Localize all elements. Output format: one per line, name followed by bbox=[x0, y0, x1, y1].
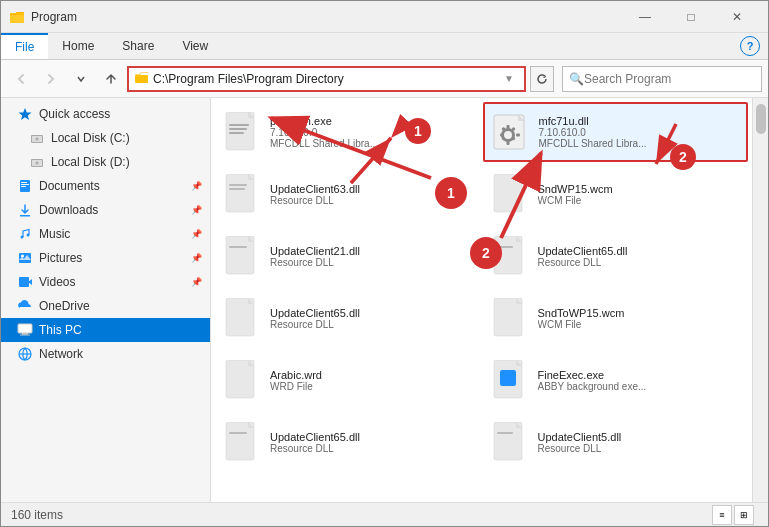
sidebar-item-quick-access[interactable]: Quick access bbox=[1, 102, 210, 126]
svg-rect-21 bbox=[18, 324, 32, 333]
item-count: 160 items bbox=[11, 508, 63, 522]
help-button[interactable]: ? bbox=[740, 36, 760, 56]
window-icon bbox=[9, 9, 25, 25]
file-info-updateclient5: UpdateClient5.dll Resource DLL bbox=[538, 431, 742, 454]
address-dropdown-icon[interactable]: ▼ bbox=[504, 73, 514, 84]
svg-rect-58 bbox=[229, 246, 247, 248]
file-item-updateclient65-2[interactable]: UpdateClient65.dll Resource DLL bbox=[215, 288, 481, 348]
svg-rect-61 bbox=[497, 246, 513, 248]
file-item-sndwp15[interactable]: SndWP15.wcm WCM File bbox=[483, 164, 749, 224]
svg-point-18 bbox=[21, 255, 24, 258]
ribbon: File Home Share View ? bbox=[1, 33, 768, 60]
back-button[interactable] bbox=[7, 65, 35, 93]
sidebar-label-local-disk-d: Local Disk (D:) bbox=[51, 155, 130, 169]
file-name-sndwp15: SndWP15.wcm bbox=[538, 183, 742, 195]
pin-pictures-icon: 📌 bbox=[191, 253, 202, 263]
blue-square-icon bbox=[490, 360, 530, 400]
ribbon-tabs: File Home Share View ? bbox=[1, 33, 768, 59]
music-icon bbox=[17, 226, 33, 242]
sidebar-item-onedrive[interactable]: OneDrive bbox=[1, 294, 210, 318]
file-name-mfc71u-dll: mfc71u.dll bbox=[539, 115, 741, 127]
sidebar-item-this-pc[interactable]: This PC bbox=[1, 318, 210, 342]
file-item-arabic-wrd[interactable]: Arabic.wrd WRD File bbox=[215, 350, 481, 410]
generic-icon-8 bbox=[222, 422, 262, 462]
file-name-updateclient63: UpdateClient63.dll bbox=[270, 183, 474, 195]
sidebar-item-local-disk-c[interactable]: Local Disk (C:) bbox=[1, 126, 210, 150]
sidebar-label-downloads: Downloads bbox=[39, 203, 98, 217]
pin-videos-icon: 📌 bbox=[191, 277, 202, 287]
file-name-fineexec: FineExec.exe bbox=[538, 369, 742, 381]
list-view-button[interactable]: ≡ bbox=[712, 505, 732, 525]
minimize-button[interactable]: — bbox=[622, 1, 668, 33]
tab-share[interactable]: Share bbox=[108, 33, 168, 59]
scrollbar-thumb[interactable] bbox=[756, 104, 766, 134]
generic-icon-6 bbox=[490, 298, 530, 338]
grid-view-button[interactable]: ⊞ bbox=[734, 505, 754, 525]
svg-rect-53 bbox=[229, 188, 245, 190]
sidebar-label-music: Music bbox=[39, 227, 70, 241]
scrollbar[interactable] bbox=[752, 98, 768, 502]
up-button[interactable] bbox=[97, 65, 125, 93]
file-item-updateclient21[interactable]: UpdateClient21.dll Resource DLL bbox=[215, 226, 481, 286]
toolbar: C:\Program Files\Program Directory ▼ 🔍 bbox=[1, 60, 768, 98]
file-name-updateclient65-3: UpdateClient65.dll bbox=[270, 431, 474, 443]
file-name-arabic-wrd: Arabic.wrd bbox=[270, 369, 474, 381]
svg-point-6 bbox=[36, 138, 39, 141]
sidebar-item-local-disk-d[interactable]: Local Disk (D:) bbox=[1, 150, 210, 174]
file-item-updateclient65-3[interactable]: UpdateClient65.dll Resource DLL bbox=[215, 412, 481, 472]
svg-rect-41 bbox=[506, 141, 509, 145]
sidebar-label-onedrive: OneDrive bbox=[39, 299, 90, 313]
address-bar[interactable]: C:\Program Files\Program Directory ▼ bbox=[127, 66, 526, 92]
tab-view[interactable]: View bbox=[168, 33, 222, 59]
window-controls: — □ ✕ bbox=[622, 1, 760, 33]
file-type-sndwp15: WCM File bbox=[538, 195, 742, 206]
file-item-fineexec[interactable]: FineExec.exe ABBY background exe... bbox=[483, 350, 749, 410]
file-info-sndwp15: SndWP15.wcm WCM File bbox=[538, 183, 742, 206]
sidebar-item-documents[interactable]: Documents 📌 bbox=[1, 174, 210, 198]
file-item-updateclient65-1[interactable]: UpdateClient65.dll Resource DLL bbox=[483, 226, 749, 286]
generic-icon-3 bbox=[222, 236, 262, 276]
file-info-updateclient65-3: UpdateClient65.dll Resource DLL bbox=[270, 431, 474, 454]
file-type-mfc71u-dll: MFCDLL Shared Libra... bbox=[539, 138, 741, 149]
sidebar-item-music[interactable]: Music 📌 bbox=[1, 222, 210, 246]
close-button[interactable]: ✕ bbox=[714, 1, 760, 33]
svg-point-39 bbox=[504, 131, 512, 139]
sidebar-item-videos[interactable]: Videos 📌 bbox=[1, 270, 210, 294]
file-type-program-exe: MFCDLL Shared Libra... bbox=[270, 138, 474, 149]
recent-locations-button[interactable] bbox=[67, 65, 95, 93]
maximize-button[interactable]: □ bbox=[668, 1, 714, 33]
svg-rect-2 bbox=[135, 75, 148, 83]
search-bar[interactable]: 🔍 bbox=[562, 66, 762, 92]
sidebar-item-network[interactable]: Network bbox=[1, 342, 210, 366]
star-icon bbox=[17, 106, 33, 122]
sidebar-item-downloads[interactable]: Downloads 📌 bbox=[1, 198, 210, 222]
view-controls: ≡ ⊞ bbox=[712, 505, 754, 525]
file-item-mfc71u-dll[interactable]: mfc71u.dll 7.10.610.0 MFCDLL Shared Libr… bbox=[483, 102, 749, 162]
file-item-updateclient63[interactable]: UpdateClient63.dll Resource DLL bbox=[215, 164, 481, 224]
tab-home[interactable]: Home bbox=[48, 33, 108, 59]
file-item-updateclient5[interactable]: UpdateClient5.dll Resource DLL bbox=[483, 412, 749, 472]
svg-rect-23 bbox=[20, 335, 30, 336]
file-size-mfc71u-dll: 7.10.610.0 bbox=[539, 127, 741, 138]
file-name-program-exe: program.exe bbox=[270, 115, 474, 127]
svg-rect-34 bbox=[229, 132, 244, 134]
file-item-program-exe[interactable]: program.exe 7.10.610.0 MFCDLL Shared Lib… bbox=[215, 102, 481, 162]
svg-rect-40 bbox=[506, 125, 509, 129]
file-type-updateclient63: Resource DLL bbox=[270, 195, 474, 206]
documents-icon bbox=[17, 178, 33, 194]
sidebar-item-pictures[interactable]: Pictures 📌 bbox=[1, 246, 210, 270]
svg-rect-33 bbox=[229, 128, 247, 130]
tab-file[interactable]: File bbox=[1, 33, 48, 59]
svg-rect-32 bbox=[229, 124, 249, 126]
file-item-sndtowp15[interactable]: SndToWP15.wcm WCM File bbox=[483, 288, 749, 348]
search-input[interactable] bbox=[584, 72, 755, 86]
file-type-updateclient65-1: Resource DLL bbox=[538, 257, 742, 268]
svg-rect-70 bbox=[500, 370, 516, 386]
generic-icon-9 bbox=[490, 422, 530, 462]
forward-button[interactable] bbox=[37, 65, 65, 93]
svg-rect-22 bbox=[22, 333, 28, 335]
svg-marker-3 bbox=[19, 108, 32, 120]
drive-c-icon bbox=[29, 130, 45, 146]
refresh-button[interactable] bbox=[530, 66, 554, 92]
sidebar-label-documents: Documents bbox=[39, 179, 100, 193]
